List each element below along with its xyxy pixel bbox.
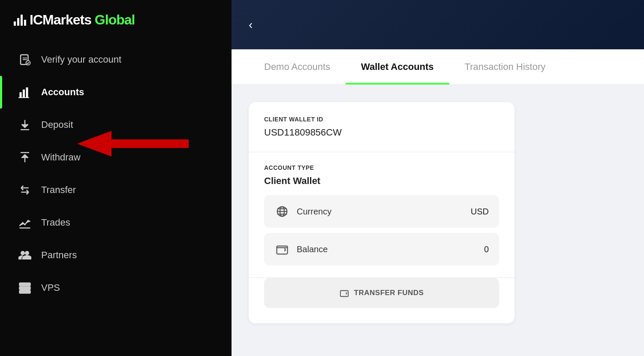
wallet-id-section: CLIENT WALLET ID USD11809856CW [249,102,515,152]
sidebar-item-withdraw[interactable]: Withdraw [0,141,232,174]
trades-icon [17,215,33,230]
transfer-funds-label: TRANSFER FUNDS [354,289,424,297]
sidebar-item-deposit[interactable]: Deposit [0,109,232,141]
transfer-funds-icon [340,288,349,298]
sidebar-item-partners[interactable]: Partners [0,239,232,272]
main-content: ‹ Demo Accounts Wallet Accounts Transact… [232,0,644,356]
account-type-label: ACCOUNT TYPE [264,164,499,171]
sidebar-item-transfer[interactable]: Transfer [0,174,232,206]
logo-bars-icon [14,15,26,26]
sidebar-item-partners-label: Partners [41,250,77,261]
back-button[interactable]: ‹ [249,19,253,31]
top-bar: ‹ [232,0,644,49]
wallet-id-value: USD11809856CW [264,127,499,138]
balance-value: 0 [484,244,489,254]
tabs-bar: Demo Accounts Wallet Accounts Transactio… [232,49,644,85]
transfer-funds-button[interactable]: TRANSFER FUNDS [264,278,499,308]
sidebar-item-accounts-label: Accounts [41,87,84,98]
info-rows: Currency USD Balance 0 [264,187,499,265]
balance-label: Balance [297,244,477,254]
bar4 [24,20,26,26]
balance-icon [274,241,290,257]
svg-rect-5 [23,90,25,98]
tab-wallet[interactable]: Wallet Accounts [346,49,449,84]
accounts-icon [17,84,33,100]
balance-row: Balance 0 [264,233,499,265]
svg-rect-4 [20,92,22,98]
svg-point-14 [28,284,30,285]
account-type-section: ACCOUNT TYPE Client Wallet [249,152,515,278]
transfer-btn-section: TRANSFER FUNDS [249,278,515,323]
verify-icon [17,52,33,67]
withdraw-icon [17,150,33,165]
sidebar-item-trades[interactable]: Trades [0,206,232,239]
currency-row: Currency USD [264,195,499,228]
sidebar-item-vps-label: VPS [41,282,60,293]
bar1 [14,21,16,26]
wallet-card: CLIENT WALLET ID USD11809856CW ACCOUNT T… [249,102,515,323]
svg-rect-6 [26,87,28,98]
content-area: CLIENT WALLET ID USD11809856CW ACCOUNT T… [232,85,644,356]
deposit-icon [17,117,33,133]
logo-ic: IC [30,12,42,27]
logo-text: ICMarkets Global [30,12,135,28]
vps-icon [17,280,33,296]
tab-demo[interactable]: Demo Accounts [249,49,346,84]
partners-icon [17,247,33,263]
logo: ICMarkets Global [0,0,232,40]
sidebar: ICMarkets Global Verify your account [0,0,232,356]
sidebar-nav: Verify your account Accounts Deposit [0,40,232,356]
svg-rect-25 [340,291,348,297]
svg-point-15 [28,287,30,289]
sidebar-item-transfer-label: Transfer [41,184,76,196]
sidebar-item-verify[interactable]: Verify your account [0,43,232,76]
currency-label: Currency [297,207,464,217]
sidebar-item-accounts[interactable]: Accounts [0,76,232,109]
account-type-value: Client Wallet [264,175,499,187]
bar2 [17,18,19,26]
sidebar-item-withdraw-label: Withdraw [41,152,81,163]
sidebar-item-trades-label: Trades [41,217,70,228]
sidebar-item-vps[interactable]: VPS [0,272,232,304]
logo-markets: Markets [42,12,91,27]
sidebar-item-verify-label: Verify your account [41,54,121,65]
transfer-icon [17,182,33,198]
logo-global: Global [95,12,135,27]
sidebar-item-deposit-label: Deposit [41,119,73,130]
currency-icon [274,204,290,219]
bar3 [21,15,23,26]
wallet-id-label: CLIENT WALLET ID [264,116,499,123]
svg-point-16 [28,291,30,293]
currency-value: USD [471,207,489,217]
tab-history[interactable]: Transaction History [449,49,561,84]
